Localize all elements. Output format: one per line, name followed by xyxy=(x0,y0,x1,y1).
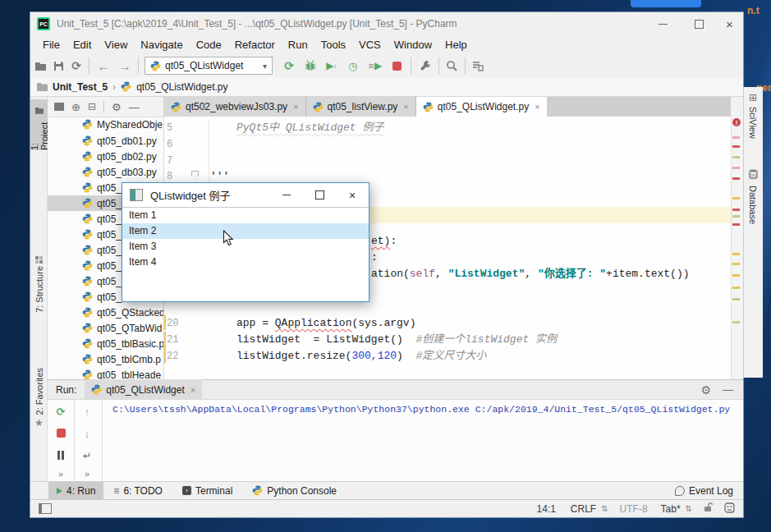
settings-icon[interactable]: ⚙ xyxy=(112,101,122,113)
tool-tab-sciview[interactable]: ⊞ SciView xyxy=(743,92,763,174)
tool-tab-todo[interactable]: ≡ 6: TODO xyxy=(103,485,172,497)
stripe-mark[interactable] xyxy=(732,223,740,226)
debug-icon[interactable] xyxy=(302,59,319,72)
settings-icon[interactable]: ⚙ xyxy=(700,383,711,397)
stripe-mark[interactable] xyxy=(732,145,740,148)
todo-tool-icon[interactable] xyxy=(470,59,486,72)
readonly-lock-icon[interactable] xyxy=(704,502,713,515)
event-log-button[interactable]: Event Log xyxy=(665,485,743,497)
tree-item[interactable]: qt05_db02.py xyxy=(48,149,164,164)
qlistwidget-window[interactable]: QListwidget 例子 × Item 1 Item 2 Item 3 It… xyxy=(122,182,369,302)
tree-item[interactable]: MySharedObje xyxy=(48,117,164,132)
popup-maximize-button[interactable] xyxy=(303,183,336,207)
popup-minimize-button[interactable] xyxy=(270,183,303,207)
menu-window[interactable]: Window xyxy=(388,39,438,51)
indent-select[interactable]: Tab* xyxy=(661,503,681,515)
more-actions-icon[interactable]: » xyxy=(80,468,94,479)
window-maximize-button[interactable] xyxy=(685,12,713,35)
list-item[interactable]: Item 3 xyxy=(122,239,369,255)
line-ending-select[interactable]: CRLF xyxy=(571,503,596,515)
stripe-mark[interactable] xyxy=(732,263,740,265)
menu-run[interactable]: Run xyxy=(282,39,314,51)
stripe-mark[interactable] xyxy=(732,136,740,139)
breadcrumb-project[interactable]: Unit_Test_5 xyxy=(53,81,108,93)
up-stack-icon[interactable]: ↑ xyxy=(80,405,94,418)
tool-tab-project[interactable]: 1: Project xyxy=(30,99,48,150)
hector-inspector-icon[interactable] xyxy=(724,502,735,516)
caret-position[interactable]: 14:1 xyxy=(536,503,555,515)
run-config-select[interactable]: qt05_QListWidget ▾ xyxy=(145,57,273,75)
stop-icon[interactable] xyxy=(389,61,404,71)
error-indicator-icon[interactable]: ! xyxy=(732,118,741,126)
stripe-mark[interactable] xyxy=(732,215,740,218)
more-actions-icon[interactable]: » xyxy=(54,468,67,479)
stripe-mark[interactable] xyxy=(732,177,740,180)
menu-file[interactable]: File xyxy=(36,39,67,51)
save-icon[interactable] xyxy=(51,59,66,72)
concurrency-icon[interactable]: ≡▶ xyxy=(366,58,384,73)
hide-panel-icon[interactable]: — xyxy=(723,383,733,396)
stripe-mark[interactable] xyxy=(732,167,740,169)
close-icon[interactable]: × xyxy=(190,385,195,395)
pause-icon[interactable] xyxy=(54,450,67,461)
project-view-icon[interactable] xyxy=(54,103,64,111)
close-icon[interactable]: × xyxy=(535,102,539,112)
wrench-icon[interactable] xyxy=(417,59,434,72)
tool-tab-run[interactable]: 4: Run xyxy=(48,482,103,499)
search-icon[interactable] xyxy=(443,59,460,72)
tool-tab-python-console[interactable]: Python Console xyxy=(242,485,346,497)
back-icon[interactable]: ← xyxy=(95,58,112,73)
locate-file-icon[interactable]: ⊕ xyxy=(71,101,80,113)
list-item[interactable]: Item 4 xyxy=(122,255,369,270)
tree-item[interactable]: qt05_tblHeade xyxy=(48,367,164,379)
profiler-icon[interactable]: ◷ xyxy=(345,58,361,73)
line-number[interactable]: 5 xyxy=(167,120,188,136)
forward-icon[interactable]: → xyxy=(117,58,133,73)
open-folder-icon[interactable] xyxy=(33,59,48,72)
menu-refactor[interactable]: Refactor xyxy=(228,39,282,51)
hide-panel-icon[interactable]: — xyxy=(129,101,140,113)
coverage-icon[interactable]: ▶↓ xyxy=(324,58,340,73)
encoding-select[interactable]: UTF-8 xyxy=(620,503,648,515)
title-bar[interactable]: PC Unit_Test_5 [C:\apk\2019_4\Unit_Test_… xyxy=(30,12,743,35)
tool-tab-structure[interactable]: 7: Structure xyxy=(30,256,48,320)
tree-item[interactable]: qt05_QStacked xyxy=(48,305,164,320)
qlistwidget-title-bar[interactable]: QListwidget 例子 × xyxy=(122,183,369,207)
line-number[interactable]: 21 xyxy=(167,332,188,348)
menu-view[interactable]: View xyxy=(98,39,134,51)
line-number[interactable]: 7 xyxy=(167,153,188,169)
menu-tools[interactable]: Tools xyxy=(314,39,352,51)
close-icon[interactable]: × xyxy=(403,102,408,112)
tree-item[interactable]: qt05_tblBasic.p xyxy=(48,336,164,351)
stripe-mark[interactable] xyxy=(732,321,740,323)
toolwindow-toggle-icon[interactable] xyxy=(39,503,52,514)
editor-tab[interactable]: qt05_listView.py × xyxy=(306,97,416,117)
close-icon[interactable]: × xyxy=(293,102,298,112)
stripe-mark[interactable] xyxy=(732,298,740,300)
tool-tab-terminal[interactable]: › Terminal xyxy=(172,485,242,497)
tool-tab-database[interactable]: Database xyxy=(743,167,763,258)
stop-icon[interactable] xyxy=(54,428,67,438)
menu-navigate[interactable]: Navigate xyxy=(134,39,189,51)
tree-item[interactable]: qt05_QTabWid xyxy=(48,320,164,336)
window-minimize-button[interactable] xyxy=(649,12,677,35)
list-item-selected[interactable]: Item 2 xyxy=(122,223,369,239)
stripe-mark[interactable] xyxy=(732,209,740,211)
line-number[interactable]: 22 xyxy=(167,348,188,365)
tree-item[interactable]: qt05_db03.py xyxy=(48,164,164,180)
menu-vcs[interactable]: VCS xyxy=(352,39,388,51)
stripe-mark[interactable] xyxy=(732,287,740,289)
sync-icon[interactable]: ⟳ xyxy=(69,58,84,73)
popup-close-button[interactable]: × xyxy=(336,183,369,207)
menu-edit[interactable]: Edit xyxy=(67,39,98,51)
line-number[interactable]: 6 xyxy=(167,136,188,153)
breadcrumb-file[interactable]: qt05_QListWidget.py xyxy=(136,81,227,93)
tool-tab-favorites[interactable]: 2: Favorites ★ xyxy=(30,368,48,443)
stripe-mark[interactable] xyxy=(732,253,740,255)
list-item[interactable]: Item 1 xyxy=(122,208,369,223)
tree-item[interactable]: qt05_tblCmb.p xyxy=(48,351,164,367)
down-stack-icon[interactable]: ↓ xyxy=(80,427,94,440)
run-icon[interactable]: ⟳ xyxy=(281,58,297,73)
collapse-all-icon[interactable]: ⊟ xyxy=(88,101,96,112)
menu-code[interactable]: Code xyxy=(190,39,228,51)
